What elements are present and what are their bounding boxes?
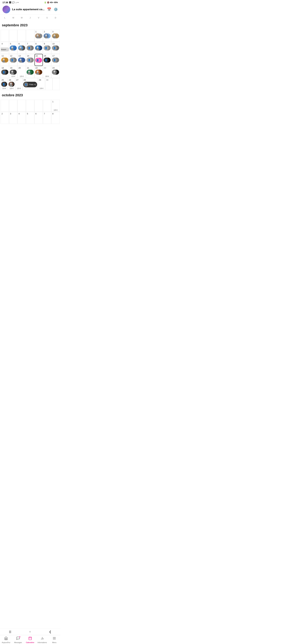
booking-pill-sep26[interactable]	[8, 82, 14, 87]
sep-20[interactable]: 20 120 €	[17, 66, 26, 78]
menu-label: Menu	[52, 642, 56, 644]
booking-pill-sep11[interactable]	[1, 58, 8, 62]
calendar-label: Calendrier	[26, 642, 34, 644]
booking-pill-sep24[interactable]	[52, 70, 59, 74]
sep-18[interactable]: 18 👤	[0, 66, 9, 78]
property-avatar[interactable]	[2, 6, 10, 13]
nav-informations[interactable]: Informations	[37, 636, 47, 644]
signal-strength: 4G+	[50, 2, 53, 4]
sep-13[interactable]: 13	[17, 54, 26, 66]
sep-10[interactable]: 10 👤	[51, 42, 60, 54]
sep-27[interactable]: 27 120 €	[15, 78, 22, 90]
booking-pill-sep1[interactable]	[35, 34, 42, 38]
sep-22[interactable]: 22	[34, 66, 43, 78]
booking-pill-sep6[interactable]	[18, 46, 25, 50]
oct-2[interactable]: 2	[0, 112, 9, 124]
sep-7[interactable]: 7 👤	[26, 42, 34, 54]
oct-1[interactable]: 1 120 €	[51, 100, 60, 112]
booking-pill-sep5[interactable]	[10, 46, 17, 50]
oct-5[interactable]: 5	[26, 112, 34, 124]
android-home[interactable]: ○	[29, 630, 31, 633]
price-sep20: 120 €	[20, 76, 24, 77]
day-S: S	[43, 16, 51, 20]
sep-2[interactable]: 2	[43, 30, 51, 42]
sep-16[interactable]: 16 👤	[43, 54, 51, 66]
sep-17[interactable]: 17 👤	[51, 54, 60, 66]
empty-cell	[17, 30, 26, 42]
oct-8[interactable]: 8	[51, 112, 60, 124]
sep-6[interactable]: 6	[17, 42, 26, 54]
sep-26[interactable]: 26 120 €	[8, 78, 15, 90]
oct-3[interactable]: 3	[9, 112, 17, 124]
booking-pill-sep28[interactable]: 👤 Ynes +1	[23, 82, 37, 87]
booking-pill-sep22[interactable]	[35, 70, 42, 74]
informations-icon	[40, 636, 44, 641]
status-bar: 17:38 🖼 💬 ♪ • 🔋 🔇 4G+ 65%	[0, 0, 60, 4]
sep-15-today[interactable]: 15 👤	[34, 54, 43, 66]
booking-pill-sep12[interactable]: 👤	[10, 58, 17, 62]
booking-pill-sep9[interactable]: 👤	[44, 46, 51, 50]
price-sep29: 130 €	[40, 88, 43, 89]
sep-29[interactable]: 29 130 €	[38, 78, 45, 90]
sep-21[interactable]: 21	[26, 66, 34, 78]
nav-today[interactable]: Aujourd'hui	[1, 636, 11, 644]
booking-pill-sep18[interactable]: 👤	[1, 70, 8, 74]
sep-14[interactable]: 14 👤	[26, 54, 34, 66]
battery-icon: 🔋	[44, 2, 46, 4]
october-section: octobre 2023 1 120 € 2 3 4	[0, 90, 60, 124]
october-label: octobre 2023	[0, 90, 60, 100]
september-label: septembre 2023	[0, 20, 60, 30]
booking-pill-sep15[interactable]: 👤	[35, 58, 42, 63]
sep-24[interactable]: 24	[51, 66, 60, 78]
empty-cell	[43, 100, 51, 112]
booking-pill-sep25[interactable]: 👤	[1, 82, 7, 87]
nav-calendar[interactable]: Calendrier	[25, 636, 35, 644]
booking-pill-sep3[interactable]	[52, 34, 59, 38]
oct-7[interactable]: 7	[43, 112, 51, 124]
booking-pill-sep14[interactable]: 👤	[27, 58, 34, 62]
day-J: J	[26, 16, 34, 20]
property-title: La suite appartement co...	[12, 8, 45, 11]
dot-indicator: •	[18, 1, 18, 4]
matahi-label: Matahi ...	[1, 48, 8, 50]
android-nav-bar: ||| ○ ❮	[0, 628, 60, 636]
booking-pill-sep7[interactable]: 👤	[27, 46, 34, 50]
sep-4[interactable]: 4 Matahi ...	[0, 42, 9, 54]
booking-pill-sep19[interactable]	[10, 70, 17, 74]
nav-menu[interactable]: Menu	[50, 636, 59, 644]
android-back[interactable]: ❮	[49, 630, 51, 634]
september-week2: 4 Matahi ... 5 6 7 👤	[0, 42, 60, 54]
day-V: V	[34, 16, 43, 20]
booking-pill-sep17[interactable]: 👤	[52, 58, 59, 62]
booking-pill-sep16[interactable]: 👤	[44, 58, 51, 62]
oct-6[interactable]: 6	[34, 112, 43, 124]
booking-pill-sep10[interactable]: 👤	[52, 46, 59, 50]
sep-25[interactable]: 25 👤 120 €	[0, 78, 8, 90]
day-D: D	[51, 16, 60, 20]
sep-1[interactable]: 1	[34, 30, 43, 42]
booking-pill-sep13[interactable]	[18, 58, 25, 62]
empty-cell	[9, 100, 17, 112]
calendar-header-icon[interactable]: 📅	[47, 8, 51, 12]
booking-pill-sep2[interactable]	[44, 34, 51, 38]
sep-5[interactable]: 5	[9, 42, 17, 54]
sep-23[interactable]: 23 130 €	[43, 66, 51, 78]
oct-4[interactable]: 4	[17, 112, 26, 124]
sep-12[interactable]: 12 👤	[9, 54, 17, 66]
sep-30[interactable]: 30	[45, 78, 52, 90]
sep-11[interactable]: 11	[0, 54, 9, 66]
sep-28[interactable]: 28 👤 Ynes +1	[22, 78, 38, 90]
sep-8[interactable]: 8	[34, 42, 43, 54]
sep-19[interactable]: 19 120 €	[9, 66, 17, 78]
mute-icon: 🔇	[47, 2, 49, 4]
booking-pill-sep8[interactable]	[35, 46, 42, 50]
empty-cell	[0, 30, 9, 42]
booking-pill-sep21[interactable]	[27, 70, 34, 74]
sep-3[interactable]: 3	[51, 30, 60, 42]
android-recent[interactable]: |||	[9, 630, 11, 633]
settings-icon[interactable]: ⚙️	[54, 8, 58, 12]
price-sep26: 120 €	[9, 88, 13, 89]
sep-9[interactable]: 9 👤	[43, 42, 51, 54]
nav-messages[interactable]: Messages	[13, 636, 23, 644]
calendar-nav-icon	[28, 636, 32, 641]
